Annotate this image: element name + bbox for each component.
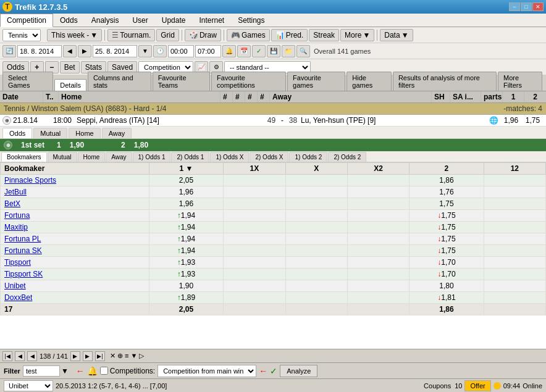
th-colx[interactable]: X <box>285 163 347 175</box>
bm-colx <box>285 269 347 280</box>
nav-next2[interactable]: ▶ <box>83 351 93 361</box>
competition-from-main-select[interactable]: Competition from main window <box>158 365 256 377</box>
folder-icon-btn[interactable]: 📁 <box>282 45 295 57</box>
th-colx2[interactable]: X2 <box>347 163 409 175</box>
th-col12[interactable]: 12 <box>484 163 545 175</box>
bm-tab-away[interactable]: Away <box>106 152 132 162</box>
bm-name[interactable]: Fortuna SK <box>1 245 149 257</box>
menu-tab-settings[interactable]: Settings <box>231 14 271 27</box>
bm-col1: 2,05 <box>149 175 223 186</box>
th-col1x[interactable]: 1X <box>224 163 285 175</box>
nav-next[interactable]: ▶ <box>70 351 80 361</box>
bm-tab-odds1-2[interactable]: 2) Odds 1 <box>171 152 209 162</box>
streak-btn[interactable]: Streak <box>309 29 339 41</box>
pred-btn[interactable]: 📊 Pred. <box>271 29 308 41</box>
date-to-input[interactable] <box>93 45 137 57</box>
games-btn[interactable]: 🎮 Games <box>227 29 270 41</box>
time-to-input[interactable] <box>195 45 221 57</box>
bookmaker-select[interactable]: Unibet <box>4 380 53 391</box>
match-expand-icon[interactable]: ⊕ <box>2 116 11 125</box>
bm-name[interactable]: Maxitip <box>1 222 149 233</box>
tab-columns-stats[interactable]: Columns and stats <box>88 72 151 91</box>
draw-btn[interactable]: 🎲 Draw <box>185 29 221 41</box>
inner-tab-home[interactable]: Home <box>69 128 100 138</box>
filter-input[interactable] <box>23 365 60 377</box>
tab-hide-games[interactable]: Hide games <box>346 72 392 91</box>
data-btn[interactable]: Data ▼ <box>380 29 413 41</box>
competitions-label: Competitions: <box>110 367 155 375</box>
menu-tab-user[interactable]: User <box>125 14 154 27</box>
tab-details[interactable]: Details <box>54 79 86 91</box>
col-time[interactable]: T.. <box>43 91 59 102</box>
time-from-input[interactable] <box>168 45 194 57</box>
th-col2[interactable]: 2 <box>410 163 484 175</box>
th-bookmaker[interactable]: Bookmaker <box>1 163 149 175</box>
competitions-checkbox[interactable] <box>100 367 108 375</box>
inner-tab-away[interactable]: Away <box>102 128 132 138</box>
tab-results-analysis[interactable]: Results of analysis of more filters <box>393 72 497 91</box>
bet-btn[interactable]: Bet <box>60 61 80 73</box>
nav-prev[interactable]: ◀ <box>15 351 25 361</box>
bm-name[interactable]: Fortuna PL <box>1 233 149 245</box>
grid-btn[interactable]: Grid <box>156 29 179 41</box>
minimize-button[interactable]: − <box>509 2 520 11</box>
bm-colx <box>285 198 347 210</box>
date-to-dropdown[interactable]: ▼ <box>138 45 152 57</box>
app-title: Trefik 12.7.3.5 <box>15 2 67 12</box>
bm-tab-odds1-1[interactable]: 1) Odds 1 <box>133 152 171 162</box>
th-col1[interactable]: 1 ▼ <box>149 163 223 175</box>
this-week-btn[interactable]: This week - ▼ <box>47 29 102 41</box>
bm-name[interactable]: JetBull <box>1 186 149 198</box>
search-icon-btn[interactable]: 🔍 <box>296 45 310 57</box>
bm-tab-bookmakers[interactable]: Bookmakers <box>1 152 47 162</box>
cal-icon[interactable]: 📅 <box>237 45 251 57</box>
menu-tab-update[interactable]: Update <box>155 14 193 27</box>
analyze-button[interactable]: Analyze <box>280 365 317 377</box>
date-next-btn[interactable]: ▶ <box>78 45 91 57</box>
menu-tab-analysis[interactable]: Analysis <box>85 14 126 27</box>
tab-select-games[interactable]: Select Games <box>2 72 53 91</box>
save-icon-btn[interactable]: 💾 <box>267 45 280 57</box>
set-expand-icon[interactable]: ⊕ <box>4 141 12 149</box>
date-from-input[interactable] <box>17 45 62 57</box>
bm-name[interactable]: Tipsport SK <box>1 269 149 280</box>
offer-button[interactable]: Offer <box>464 380 490 391</box>
menu-tab-competition[interactable]: Competition <box>0 14 53 27</box>
tab-fav-competitions[interactable]: Favourite competitions <box>211 72 286 91</box>
menu-tab-internet[interactable]: Internet <box>192 14 231 27</box>
bm-name[interactable]: BetX <box>1 198 149 210</box>
col-date[interactable]: Date <box>0 91 43 102</box>
tournam-btn[interactable]: ☰ Tournam. <box>107 29 155 41</box>
inner-tab-odds[interactable]: Odds <box>2 128 32 138</box>
more-btn[interactable]: More ▼ <box>340 29 374 41</box>
nav-first[interactable]: |◀ <box>2 351 12 361</box>
bm-tab-home[interactable]: Home <box>78 152 106 162</box>
inner-tab-mutual[interactable]: Mutual <box>33 128 67 138</box>
bm-tab-oddsx-1[interactable]: 1) Odds X <box>210 152 249 162</box>
col-hash4: # <box>258 91 270 102</box>
date-prev-btn[interactable]: ◀ <box>63 45 77 57</box>
bm-name[interactable]: Tipsport <box>1 257 149 269</box>
refresh-btn[interactable]: 🔄 <box>2 45 16 57</box>
close-button[interactable]: ✕ <box>532 2 544 11</box>
bm-name[interactable]: DoxxBet <box>1 292 149 304</box>
bm-tab-mutual[interactable]: Mutual <box>48 152 77 162</box>
bm-name[interactable]: Unibet <box>1 280 149 292</box>
bm-tab-odds2-1[interactable]: 1) Odds 2 <box>289 152 327 162</box>
bm-name[interactable]: Fortuna <box>1 210 149 222</box>
filter-dropdown[interactable]: ▼ <box>61 367 69 375</box>
tab-fav-teams[interactable]: Favourite Teams <box>153 72 210 91</box>
green-check-btn[interactable]: ✓ <box>252 45 266 57</box>
tab-more-filters[interactable]: More Filters <box>498 72 542 91</box>
bm-tab-oddsx-2[interactable]: 2) Odds X <box>250 152 288 162</box>
bm-col1x <box>224 210 285 222</box>
sport-select[interactable]: Tennis <box>2 29 41 41</box>
nav-prev2[interactable]: ◀ <box>27 351 37 361</box>
bm-name[interactable]: Pinnacle Sports <box>1 175 149 186</box>
bottom-bar: Filter ▼ ← 🔔 Competitions: Competition f… <box>0 362 546 378</box>
maximize-button[interactable]: □ <box>521 2 532 11</box>
bm-tab-odds2-2[interactable]: 2) Odds 2 <box>328 152 366 162</box>
nav-last[interactable]: ▶| <box>95 351 105 361</box>
menu-tab-odds[interactable]: Odds <box>53 14 85 27</box>
tab-fav-games[interactable]: Favourite games <box>287 72 345 91</box>
